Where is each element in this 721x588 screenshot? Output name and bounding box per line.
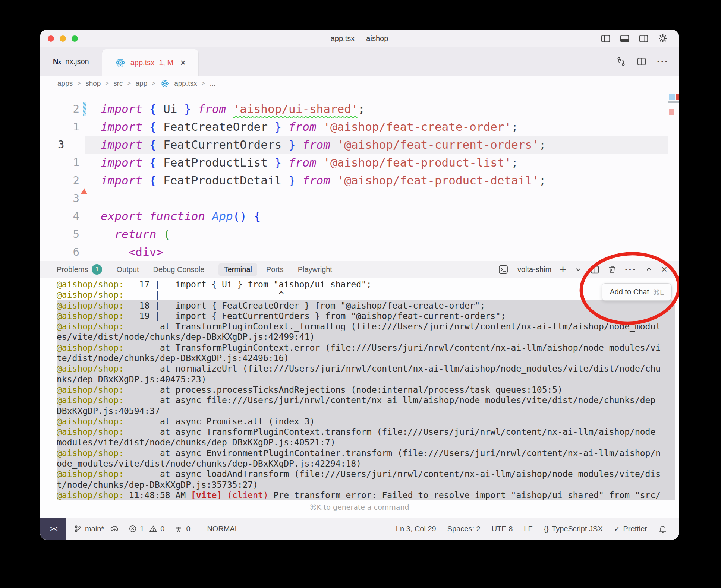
breadcrumb-item[interactable]: apps	[57, 79, 73, 88]
code-line[interactable]: 1import { FeatCreateOrder } from '@aisho…	[40, 118, 679, 136]
close-tab-icon[interactable]: ×	[180, 58, 186, 67]
eol-setting[interactable]: LF	[524, 525, 532, 533]
code-line[interactable]: 2import { FeatProductDetail } from '@ais…	[40, 171, 679, 189]
git-branch-icon	[74, 525, 82, 533]
code-text: import { Ui } from 'aishop/ui-shared';	[85, 100, 668, 118]
line-number: 4	[73, 210, 79, 222]
panel-tab-label: Ports	[266, 265, 284, 274]
indentation-setting[interactable]: Spaces: 2	[447, 525, 481, 533]
line-number: 1	[73, 156, 79, 169]
settings-gear-icon[interactable]	[658, 33, 668, 44]
terminal-row: @aishop/shop: 17 | import { Ui } from "a…	[57, 279, 675, 290]
problems-count-badge: 1	[92, 264, 102, 275]
panel-tab-label: Problems	[57, 265, 88, 274]
panel-tab-label: Debug Console	[153, 265, 205, 274]
cursor-position[interactable]: Ln 3, Col 29	[396, 525, 436, 533]
gutter: 2	[40, 171, 85, 189]
terminal-output[interactable]: @aishop/shop: 17 | import { Ui } from "a…	[40, 278, 679, 518]
maximize-panel-chevron-icon[interactable]	[645, 265, 653, 274]
status-bar: >< main* 1 0	[40, 518, 679, 540]
line-number: 1	[73, 120, 79, 133]
breadcrumb-item[interactable]: src	[113, 79, 123, 88]
line-number: 2	[73, 174, 79, 187]
tab-nx-json[interactable]: Nx nx.json	[40, 47, 102, 76]
problems-status[interactable]: 1 0	[129, 525, 164, 533]
toggle-primary-sidebar-icon[interactable]	[601, 34, 611, 44]
terminal-row: @aishop/shop: at async loadAndTransform …	[57, 469, 675, 479]
chevron-right-icon: >	[105, 80, 109, 87]
tab-label: app.tsx	[130, 59, 154, 67]
code-line[interactable]: 4export function App() {	[40, 207, 679, 225]
encoding-setting[interactable]: UTF-8	[492, 525, 513, 533]
gutter: 6	[40, 243, 85, 261]
breadcrumb-item[interactable]: app	[136, 79, 148, 88]
panel-tab-debug-console[interactable]: Debug Console	[153, 265, 205, 274]
panel-more-actions-icon[interactable]: ···	[625, 264, 637, 275]
add-to-chat-label: Add to Chat	[610, 288, 649, 296]
code-editor[interactable]: 2import { Ui } from 'aishop/ui-shared';1…	[40, 91, 679, 261]
terminal-session-name[interactable]: volta-shim	[517, 265, 551, 274]
maximize-window-button[interactable]	[72, 35, 78, 42]
add-to-chat-button[interactable]: Add to Chat ⌘L	[602, 283, 672, 301]
terminal-row: @aishop/shop: at async TransformPluginCo…	[57, 427, 675, 437]
gutter-modified-indicator	[83, 102, 86, 116]
remote-indicator[interactable]: ><	[40, 518, 66, 540]
react-icon	[115, 57, 126, 68]
panel-tab-terminal[interactable]: Terminal	[218, 263, 257, 276]
terminal-row: es/vite/dist/node/chunks/dep-DBxKXgDP.js…	[57, 332, 675, 342]
compare-changes-icon[interactable]	[616, 56, 626, 67]
panel-tab-label: Terminal	[224, 265, 252, 274]
window-title: app.tsx — aishop	[40, 34, 679, 43]
terminal-dropdown-chevron-icon[interactable]	[574, 266, 582, 273]
close-panel-icon[interactable]: ×	[661, 264, 667, 275]
more-actions-icon[interactable]: ···	[657, 56, 669, 67]
line-number: 2	[73, 102, 79, 115]
panel-tab-playwright[interactable]: Playwright	[298, 265, 332, 274]
minimap-divider	[668, 91, 668, 261]
breadcrumb-item[interactable]: shop	[85, 79, 101, 88]
code-line[interactable]: 3	[40, 189, 679, 207]
gutter: 1	[40, 154, 85, 171]
panel-tab-ports[interactable]: Ports	[266, 265, 284, 274]
new-terminal-icon[interactable]: +	[560, 264, 566, 275]
code-line[interactable]: 1import { FeatProductList } from '@aisho…	[40, 154, 679, 171]
chevron-right-icon: >	[152, 80, 155, 87]
terminal-row: nks/dep-DBxKXgDP.js:40475:23)	[57, 374, 675, 385]
code-line[interactable]: 5 return (	[40, 225, 679, 243]
ports-status[interactable]: 0	[174, 524, 190, 533]
toggle-secondary-sidebar-icon[interactable]	[639, 34, 649, 44]
close-window-button[interactable]	[48, 35, 54, 42]
panel-tab-problems[interactable]: Problems 1	[57, 264, 102, 275]
traffic-lights	[48, 30, 78, 47]
check-icon: ✓	[614, 524, 620, 533]
git-branch-status[interactable]: main*	[74, 524, 119, 533]
notifications-bell-icon[interactable]	[658, 524, 667, 533]
terminal-row: DBxKXgDP.js:40594:37	[57, 406, 675, 416]
code-line[interactable]: 6 <div>	[40, 243, 679, 261]
terminal-row: @aishop/shop: at TransformPluginContext.…	[57, 342, 675, 353]
code-text: export function App() {	[85, 207, 668, 225]
breadcrumb-item[interactable]: app.tsx	[174, 79, 197, 88]
language-mode[interactable]: {} TypeScript JSX	[544, 525, 603, 533]
formatter-status[interactable]: ✓ Prettier	[614, 524, 647, 533]
breadcrumb-item[interactable]: ...	[210, 79, 215, 88]
kill-terminal-trash-icon[interactable]	[608, 265, 617, 274]
gutter: 5	[40, 225, 85, 243]
gutter: 3	[40, 189, 85, 207]
panel-tab-output[interactable]: Output	[116, 265, 139, 274]
code-line[interactable]: 3import { FeatCurrentOrders } from '@ais…	[40, 136, 679, 154]
minimize-window-button[interactable]	[60, 35, 66, 42]
line-number: 3	[58, 138, 64, 151]
toggle-panel-icon[interactable]	[620, 34, 630, 44]
gutter: 4	[40, 207, 85, 225]
code-text	[85, 189, 668, 207]
terminal-ai-hint: ⌘K to generate a command	[40, 502, 679, 512]
scrollbar-thumb[interactable]	[668, 101, 679, 103]
split-terminal-icon[interactable]	[590, 265, 599, 274]
terminal-row: @aishop/shop: 18 | import { FeatCreateOr…	[57, 300, 675, 311]
code-line[interactable]: 2import { Ui } from 'aishop/ui-shared';	[40, 100, 679, 118]
tab-app-tsx[interactable]: app.tsx 1, M ×	[102, 49, 199, 76]
code-text: <div>	[85, 243, 668, 261]
vim-mode-indicator[interactable]: -- NORMAL --	[200, 525, 246, 533]
split-editor-icon[interactable]	[637, 57, 646, 66]
